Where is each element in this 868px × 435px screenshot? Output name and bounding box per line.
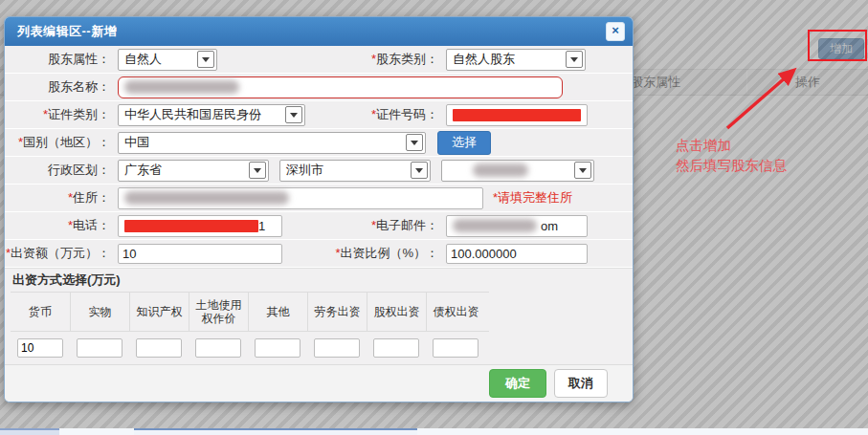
- form-row-shareholder-attr-category: 股东属性： 自然人 *股东类别： 自然人股东: [5, 46, 633, 74]
- chevron-down-icon[interactable]: [411, 162, 428, 179]
- certificate-number-input[interactable]: [446, 104, 588, 126]
- capital-method-section: 出资方式选择(万元) 货币 实物 知识产权 土地使用权作价 其他 劳务出资 股权…: [5, 268, 633, 364]
- redacted-county: [473, 163, 528, 177]
- capital-amount-label: *出资额（万元）：: [5, 245, 110, 262]
- district-province-select[interactable]: 广东省: [118, 160, 269, 182]
- annotation-line-1: 点击增加: [676, 136, 787, 156]
- district-county-select[interactable]: [441, 160, 594, 182]
- combo-value: 自然人股东: [453, 51, 515, 68]
- bottom-strip-segment: [0, 428, 59, 435]
- redacted-certificate-number: [453, 109, 581, 121]
- capital-other-input[interactable]: [255, 338, 300, 358]
- bottom-strip-segment: [134, 428, 417, 435]
- country-label: *国别（地区）：: [5, 134, 110, 151]
- chevron-down-icon[interactable]: [406, 134, 423, 151]
- label-text: 国别（地区）：: [23, 135, 110, 149]
- redacted-name: [124, 80, 239, 94]
- email-visible-suffix: om: [541, 219, 558, 233]
- close-icon[interactable]: ×: [606, 22, 625, 41]
- combo-value: 深圳市: [286, 162, 323, 179]
- capital-col-header: 劳务出资: [307, 293, 367, 331]
- capital-ratio-input[interactable]: [446, 244, 588, 264]
- annotation-note: 点击增加 然后填写股东信息: [676, 136, 787, 176]
- label-text: 证件类别：: [48, 107, 110, 121]
- combo-value: 广东省: [124, 162, 162, 179]
- phone-visible-suffix: 1: [258, 219, 265, 233]
- label-text: 电子邮件：: [376, 218, 438, 232]
- email-label: *电子邮件：: [328, 217, 438, 234]
- add-button-highlight-box: [808, 30, 867, 61]
- capital-col-header: 债权出资: [426, 293, 485, 331]
- form-row-country: *国别（地区）： 中国 选择: [5, 129, 633, 157]
- form-row-district: 行政区划： 广东省 深圳市: [5, 157, 633, 185]
- capital-currency-input[interactable]: [17, 338, 63, 358]
- chevron-down-icon[interactable]: [285, 106, 302, 123]
- capital-col-header: 股权出资: [367, 293, 426, 331]
- capital-col-header: 土地使用权作价: [189, 293, 248, 331]
- district-label: 行政区划：: [5, 162, 110, 179]
- capital-method-title: 出资方式选择(万元): [5, 269, 633, 292]
- shareholder-name-label: 股东名称：: [5, 78, 110, 96]
- label-text: 出资比例（%）：: [340, 246, 438, 260]
- certificate-number-label: *证件号码：: [328, 106, 438, 123]
- capital-debt-input[interactable]: [433, 338, 479, 358]
- address-label: *住所：: [5, 189, 110, 207]
- label-text: 电话：: [73, 218, 110, 232]
- label-text: 股东类别：: [376, 52, 438, 66]
- label-text: 出资额（万元）：: [11, 246, 110, 260]
- shareholder-name-input[interactable]: [118, 76, 563, 98]
- phone-input[interactable]: 1: [118, 215, 282, 237]
- country-select-button[interactable]: 选择: [437, 131, 491, 155]
- shareholder-attribute-label: 股东属性：: [5, 51, 110, 68]
- country-select[interactable]: 中国: [118, 132, 426, 154]
- capital-col-header: 实物: [70, 293, 129, 331]
- capital-ip-input[interactable]: [136, 338, 182, 358]
- page-bottom-strip: [0, 428, 868, 435]
- form-row-address: *住所： *请填完整住所: [5, 185, 633, 212]
- email-input[interactable]: om: [446, 215, 588, 237]
- capital-col-header: 知识产权: [129, 293, 189, 331]
- chevron-down-icon[interactable]: [197, 51, 214, 68]
- form-row-phone-email: *电话： 1 *电子邮件： om: [5, 212, 633, 240]
- redacted-address: [124, 191, 289, 205]
- capital-method-input-row: [11, 332, 489, 364]
- label-text: 证件号码：: [376, 107, 438, 121]
- capital-inkind-input[interactable]: [77, 338, 122, 358]
- district-city-select[interactable]: 深圳市: [279, 160, 431, 182]
- form-row-shareholder-name: 股东名称：: [5, 74, 633, 101]
- confirm-button[interactable]: 确定: [489, 369, 546, 398]
- capital-col-header: 其他: [248, 293, 307, 331]
- shareholder-attribute-select[interactable]: 自然人: [118, 49, 217, 71]
- capital-labor-input[interactable]: [314, 338, 360, 358]
- form-row-capital: *出资额（万元）： *出资比例（%）：: [5, 240, 633, 268]
- chevron-down-icon[interactable]: [566, 51, 583, 68]
- dialog-footer: 确定 取消: [5, 364, 633, 402]
- combo-value: 自然人: [124, 51, 162, 68]
- label-text: 股东名称：: [48, 79, 110, 94]
- dialog-titlebar: 列表编辑区--新增 ×: [5, 17, 633, 46]
- certificate-type-select[interactable]: 中华人民共和国居民身份: [118, 104, 305, 126]
- redacted-phone: [124, 220, 258, 232]
- capital-method-header-row: 货币 实物 知识产权 土地使用权作价 其他 劳务出资 股权出资 债权出资: [11, 292, 489, 332]
- redacted-email: [453, 219, 537, 232]
- shareholder-category-select[interactable]: 自然人股东: [446, 49, 586, 71]
- capital-ratio-label: *出资比例（%）：: [328, 245, 438, 262]
- form-row-certificate: *证件类别： 中华人民共和国居民身份 *证件号码：: [5, 101, 633, 129]
- chevron-down-icon[interactable]: [574, 162, 591, 179]
- capital-landuse-input[interactable]: [195, 338, 241, 358]
- shareholder-category-label: *股东类别：: [328, 51, 438, 68]
- label-text: 行政区划：: [48, 163, 110, 177]
- label-text: 股东属性：: [48, 52, 110, 66]
- edit-dialog: 列表编辑区--新增 × 股东属性： 自然人 *股东类别： 自然人股东 股东名称：: [4, 16, 634, 402]
- address-input[interactable]: [118, 187, 483, 209]
- cancel-button[interactable]: 取消: [554, 369, 608, 398]
- address-note: *请填完整住所: [493, 189, 572, 207]
- combo-value: 中华人民共和国居民身份: [124, 106, 261, 123]
- annotation-line-2: 然后填写股东信息: [676, 156, 787, 176]
- certificate-type-label: *证件类别：: [5, 106, 110, 123]
- capital-col-header: 货币: [11, 293, 70, 331]
- capital-amount-input[interactable]: [118, 244, 282, 264]
- chevron-down-icon[interactable]: [249, 162, 266, 179]
- capital-equity-input[interactable]: [373, 338, 419, 358]
- dialog-title: 列表编辑区--新增: [17, 23, 117, 40]
